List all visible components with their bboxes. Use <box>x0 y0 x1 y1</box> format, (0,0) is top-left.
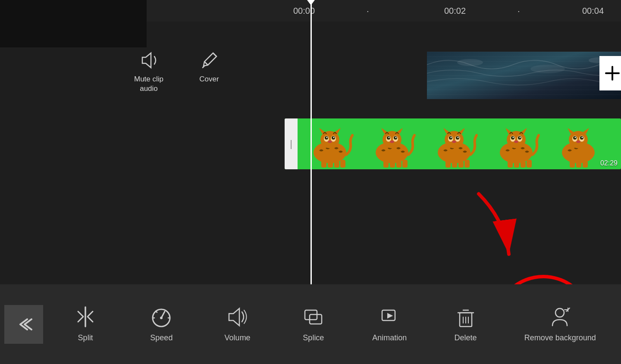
svg-point-49 <box>458 137 459 138</box>
split-icon <box>74 305 97 329</box>
svg-point-3 <box>530 65 565 73</box>
svg-point-33 <box>395 137 397 138</box>
svg-rect-70 <box>527 160 532 168</box>
speed-icon <box>150 305 173 329</box>
ocean-clip[interactable] <box>427 52 621 99</box>
svg-rect-85 <box>583 161 588 168</box>
speed-label: Speed <box>150 333 172 343</box>
svg-point-81 <box>582 137 583 138</box>
speed-button[interactable]: Speed <box>138 301 185 347</box>
svg-rect-67 <box>508 160 513 168</box>
tiger-thumb-1 <box>300 120 360 168</box>
back-button[interactable] <box>4 305 43 344</box>
svg-point-17 <box>333 137 335 138</box>
toolbar-items: Split Speed <box>47 301 617 347</box>
svg-rect-83 <box>570 160 575 168</box>
svg-rect-21 <box>334 161 339 168</box>
green-track[interactable]: | <box>285 118 621 169</box>
delete-button[interactable]: Delete <box>442 301 489 347</box>
animation-button[interactable]: Animation <box>366 301 413 347</box>
split-button[interactable]: Split <box>62 301 109 347</box>
svg-point-66 <box>514 140 518 143</box>
playhead-triangle <box>307 0 315 5</box>
svg-point-2 <box>457 59 483 66</box>
svg-point-89 <box>160 317 163 319</box>
svg-rect-54 <box>464 160 470 168</box>
splice-label: Splice <box>303 333 324 343</box>
svg-point-73 <box>569 131 588 148</box>
svg-point-34 <box>390 140 394 143</box>
svg-rect-19 <box>321 160 326 168</box>
volume-icon <box>226 305 249 329</box>
cover-label: Cover <box>199 75 219 84</box>
tiger-thumb-4 <box>486 120 546 168</box>
splice-button[interactable]: Splice <box>290 301 337 347</box>
svg-rect-69 <box>521 161 526 168</box>
timeline-area: 00:00 · 00:02 · 00:04 Mute clip audio <box>0 0 621 284</box>
svg-rect-36 <box>390 161 395 168</box>
tiger-thumb-3 <box>424 120 484 168</box>
annotation-arrow <box>453 185 539 271</box>
delete-label: Delete <box>454 333 477 343</box>
mute-clip-button[interactable]: Mute clip audio <box>125 50 172 93</box>
delete-icon <box>454 305 477 329</box>
remove-background-button[interactable]: Remove background <box>518 301 602 347</box>
playhead[interactable] <box>310 0 312 284</box>
pencil-icon <box>198 50 220 71</box>
timecode-dot1: · <box>367 6 369 16</box>
remove-background-label: Remove background <box>524 333 596 343</box>
svg-point-82 <box>576 140 580 143</box>
handle-icon: | <box>290 138 292 149</box>
svg-point-18 <box>328 140 332 143</box>
animation-icon <box>378 305 401 329</box>
svg-point-80 <box>575 137 576 138</box>
remove-background-icon <box>548 305 572 329</box>
svg-rect-52 <box>452 161 457 168</box>
splice-icon <box>301 305 325 329</box>
split-label: Split <box>78 333 93 343</box>
mute-label: Mute clip audio <box>125 75 172 93</box>
tiger-thumbnails <box>300 118 608 169</box>
timecode-2: 00:02 <box>444 6 466 16</box>
svg-rect-68 <box>514 161 519 168</box>
clip-cover <box>0 0 147 47</box>
svg-point-32 <box>389 137 390 138</box>
svg-point-64 <box>513 137 514 138</box>
svg-rect-53 <box>458 161 464 168</box>
toolbar: Split Speed <box>0 284 621 364</box>
svg-marker-96 <box>388 314 392 318</box>
annotation-circle <box>494 275 593 284</box>
tiger-thumb-5 <box>548 120 608 168</box>
add-clip-button[interactable] <box>599 56 621 90</box>
svg-point-103 <box>555 308 564 317</box>
svg-rect-1 <box>427 52 621 99</box>
timecode-4: 00:04 <box>582 6 604 16</box>
svg-rect-38 <box>402 160 408 168</box>
volume-label: Volume <box>225 333 251 343</box>
volume-icon <box>138 50 160 71</box>
animation-label: Animation <box>372 333 407 343</box>
cover-button[interactable]: Cover <box>185 50 233 84</box>
svg-rect-22 <box>340 160 345 168</box>
svg-rect-37 <box>396 161 401 168</box>
track-handle[interactable]: | <box>285 118 298 169</box>
tiger-thumb-2 <box>362 120 422 168</box>
svg-point-16 <box>326 137 328 138</box>
svg-point-48 <box>451 137 452 138</box>
svg-point-50 <box>452 140 456 143</box>
svg-rect-51 <box>445 160 451 168</box>
timecode-dot2: · <box>518 6 520 16</box>
clip-duration: 02:29 <box>600 159 618 167</box>
volume-button[interactable]: Volume <box>214 301 261 347</box>
svg-rect-20 <box>328 161 333 168</box>
svg-rect-84 <box>576 161 581 168</box>
tools-panel: Mute clip audio Cover <box>125 50 233 93</box>
svg-point-65 <box>520 137 521 138</box>
svg-rect-35 <box>383 160 389 168</box>
